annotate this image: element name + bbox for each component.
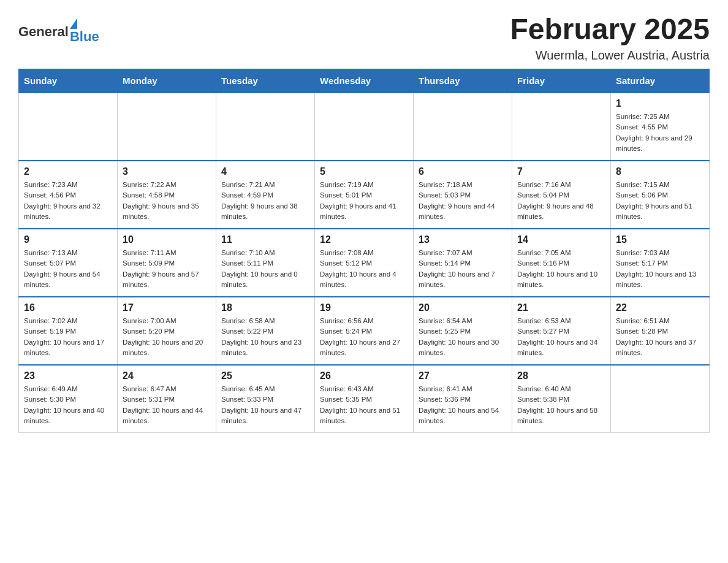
calendar-week-row: 1Sunrise: 7:25 AMSunset: 4:55 PMDaylight… <box>19 93 710 161</box>
calendar-cell: 20Sunrise: 6:54 AMSunset: 5:25 PMDayligh… <box>414 297 512 365</box>
page-header: General Blue February 2025 Wuermla, Lowe… <box>18 12 710 63</box>
day-info: Sunrise: 7:19 AMSunset: 5:01 PMDaylight:… <box>320 180 408 222</box>
day-info: Sunrise: 7:03 AMSunset: 5:17 PMDaylight:… <box>616 248 704 290</box>
day-number: 4 <box>221 166 309 177</box>
calendar-cell: 5Sunrise: 7:19 AMSunset: 5:01 PMDaylight… <box>315 161 414 229</box>
calendar-week-row: 9Sunrise: 7:13 AMSunset: 5:07 PMDaylight… <box>19 229 710 297</box>
day-info: Sunrise: 7:07 AMSunset: 5:14 PMDaylight:… <box>419 248 507 290</box>
day-info: Sunrise: 7:22 AMSunset: 4:58 PMDaylight:… <box>123 180 211 222</box>
day-number: 6 <box>419 166 507 177</box>
calendar-cell: 22Sunrise: 6:51 AMSunset: 5:28 PMDayligh… <box>611 297 710 365</box>
day-number: 11 <box>221 234 309 245</box>
weekday-header-tuesday: Tuesday <box>216 69 315 93</box>
calendar-cell: 21Sunrise: 6:53 AMSunset: 5:27 PMDayligh… <box>512 297 611 365</box>
day-info: Sunrise: 7:02 AMSunset: 5:19 PMDaylight:… <box>24 316 112 358</box>
day-number: 24 <box>123 370 211 381</box>
calendar-cell: 24Sunrise: 6:47 AMSunset: 5:31 PMDayligh… <box>118 365 216 433</box>
day-number: 5 <box>320 166 408 177</box>
day-number: 25 <box>221 370 309 381</box>
day-number: 1 <box>616 98 704 109</box>
day-info: Sunrise: 7:11 AMSunset: 5:09 PMDaylight:… <box>123 248 211 290</box>
day-number: 9 <box>24 234 112 245</box>
calendar-cell: 10Sunrise: 7:11 AMSunset: 5:09 PMDayligh… <box>118 229 216 297</box>
calendar-header: SundayMondayTuesdayWednesdayThursdayFrid… <box>19 69 710 93</box>
weekday-header-monday: Monday <box>118 69 216 93</box>
weekday-header-friday: Friday <box>512 69 611 93</box>
calendar-cell <box>315 93 414 161</box>
calendar-week-row: 16Sunrise: 7:02 AMSunset: 5:19 PMDayligh… <box>19 297 710 365</box>
day-number: 23 <box>24 370 112 381</box>
day-info: Sunrise: 6:56 AMSunset: 5:24 PMDaylight:… <box>320 316 408 358</box>
day-number: 12 <box>320 234 408 245</box>
calendar-cell: 7Sunrise: 7:16 AMSunset: 5:04 PMDaylight… <box>512 161 611 229</box>
day-info: Sunrise: 7:21 AMSunset: 4:59 PMDaylight:… <box>221 180 309 222</box>
weekday-header-thursday: Thursday <box>414 69 512 93</box>
day-info: Sunrise: 7:13 AMSunset: 5:07 PMDaylight:… <box>24 248 112 290</box>
day-number: 7 <box>517 166 605 177</box>
day-number: 18 <box>221 302 309 313</box>
calendar-cell: 15Sunrise: 7:03 AMSunset: 5:17 PMDayligh… <box>611 229 710 297</box>
calendar-cell: 8Sunrise: 7:15 AMSunset: 5:06 PMDaylight… <box>611 161 710 229</box>
calendar-cell: 1Sunrise: 7:25 AMSunset: 4:55 PMDaylight… <box>611 93 710 161</box>
day-info: Sunrise: 6:45 AMSunset: 5:33 PMDaylight:… <box>221 384 309 426</box>
day-number: 3 <box>123 166 211 177</box>
day-number: 19 <box>320 302 408 313</box>
day-info: Sunrise: 7:05 AMSunset: 5:16 PMDaylight:… <box>517 248 605 290</box>
day-number: 15 <box>616 234 704 245</box>
day-info: Sunrise: 6:47 AMSunset: 5:31 PMDaylight:… <box>123 384 211 426</box>
calendar-cell: 6Sunrise: 7:18 AMSunset: 5:03 PMDaylight… <box>414 161 512 229</box>
calendar-week-row: 2Sunrise: 7:23 AMSunset: 4:56 PMDaylight… <box>19 161 710 229</box>
day-info: Sunrise: 6:51 AMSunset: 5:28 PMDaylight:… <box>616 316 704 358</box>
day-info: Sunrise: 6:49 AMSunset: 5:30 PMDaylight:… <box>24 384 112 426</box>
title-block: February 2025 Wuermla, Lower Austria, Au… <box>510 12 710 63</box>
calendar-week-row: 23Sunrise: 6:49 AMSunset: 5:30 PMDayligh… <box>19 365 710 433</box>
weekday-header-saturday: Saturday <box>611 69 710 93</box>
day-number: 2 <box>24 166 112 177</box>
calendar-cell <box>414 93 512 161</box>
day-info: Sunrise: 6:43 AMSunset: 5:35 PMDaylight:… <box>320 384 408 426</box>
day-info: Sunrise: 7:16 AMSunset: 5:04 PMDaylight:… <box>517 180 605 222</box>
page-subtitle: Wuermla, Lower Austria, Austria <box>510 48 710 63</box>
day-number: 27 <box>419 370 507 381</box>
calendar-cell: 9Sunrise: 7:13 AMSunset: 5:07 PMDaylight… <box>19 229 118 297</box>
calendar-cell: 3Sunrise: 7:22 AMSunset: 4:58 PMDaylight… <box>118 161 216 229</box>
day-number: 28 <box>517 370 605 381</box>
logo: General Blue <box>18 18 99 45</box>
calendar-cell: 26Sunrise: 6:43 AMSunset: 5:35 PMDayligh… <box>315 365 414 433</box>
calendar-cell: 19Sunrise: 6:56 AMSunset: 5:24 PMDayligh… <box>315 297 414 365</box>
calendar-cell: 25Sunrise: 6:45 AMSunset: 5:33 PMDayligh… <box>216 365 315 433</box>
calendar-cell: 16Sunrise: 7:02 AMSunset: 5:19 PMDayligh… <box>19 297 118 365</box>
day-number: 17 <box>123 302 211 313</box>
calendar-cell: 14Sunrise: 7:05 AMSunset: 5:16 PMDayligh… <box>512 229 611 297</box>
day-info: Sunrise: 6:58 AMSunset: 5:22 PMDaylight:… <box>221 316 309 358</box>
logo-triangle-icon <box>70 18 77 29</box>
day-info: Sunrise: 7:15 AMSunset: 5:06 PMDaylight:… <box>616 180 704 222</box>
page-title: February 2025 <box>510 12 710 46</box>
day-info: Sunrise: 6:40 AMSunset: 5:38 PMDaylight:… <box>517 384 605 426</box>
calendar-cell <box>512 93 611 161</box>
calendar-cell <box>118 93 216 161</box>
calendar-cell: 23Sunrise: 6:49 AMSunset: 5:30 PMDayligh… <box>19 365 118 433</box>
calendar-cell: 12Sunrise: 7:08 AMSunset: 5:12 PMDayligh… <box>315 229 414 297</box>
day-number: 21 <box>517 302 605 313</box>
day-number: 16 <box>24 302 112 313</box>
day-number: 8 <box>616 166 704 177</box>
calendar-cell <box>19 93 118 161</box>
day-number: 14 <box>517 234 605 245</box>
calendar-cell: 28Sunrise: 6:40 AMSunset: 5:38 PMDayligh… <box>512 365 611 433</box>
day-info: Sunrise: 7:08 AMSunset: 5:12 PMDaylight:… <box>320 248 408 290</box>
logo-text-blue: Blue <box>70 29 99 45</box>
day-info: Sunrise: 7:00 AMSunset: 5:20 PMDaylight:… <box>123 316 211 358</box>
day-number: 26 <box>320 370 408 381</box>
day-info: Sunrise: 7:25 AMSunset: 4:55 PMDaylight:… <box>616 112 704 154</box>
weekday-header-wednesday: Wednesday <box>315 69 414 93</box>
calendar-cell: 27Sunrise: 6:41 AMSunset: 5:36 PMDayligh… <box>414 365 512 433</box>
calendar-cell: 11Sunrise: 7:10 AMSunset: 5:11 PMDayligh… <box>216 229 315 297</box>
day-number: 13 <box>419 234 507 245</box>
calendar-body: 1Sunrise: 7:25 AMSunset: 4:55 PMDaylight… <box>19 93 710 433</box>
day-number: 20 <box>419 302 507 313</box>
calendar-cell: 4Sunrise: 7:21 AMSunset: 4:59 PMDaylight… <box>216 161 315 229</box>
day-number: 10 <box>123 234 211 245</box>
weekday-header-row: SundayMondayTuesdayWednesdayThursdayFrid… <box>19 69 710 93</box>
calendar-cell <box>611 365 710 433</box>
